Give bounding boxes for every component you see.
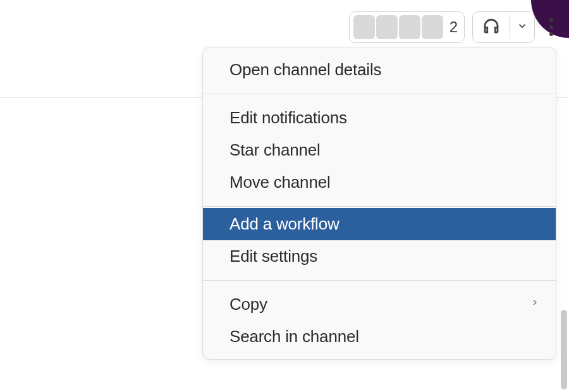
menu-item-search-in-channel[interactable]: Search in channel <box>203 321 556 359</box>
avatar-placeholder <box>422 15 443 39</box>
avatar-placeholder <box>353 15 375 39</box>
header-controls: 2 <box>349 11 560 43</box>
menu-item-star-channel[interactable]: Star channel <box>203 134 556 166</box>
menu-item-label: Star channel <box>229 140 321 159</box>
menu-item-move-channel[interactable]: Move channel <box>203 166 556 205</box>
menu-item-copy[interactable]: Copy <box>203 282 556 321</box>
menu-divider <box>203 206 556 207</box>
kebab-dot <box>549 32 553 36</box>
menu-item-label: Open channel details <box>229 60 381 79</box>
member-avatars-pill[interactable]: 2 <box>349 11 465 43</box>
avatar-placeholder <box>399 15 420 39</box>
menu-item-label: Copy <box>229 295 267 314</box>
chevron-right-icon <box>530 291 539 311</box>
menu-item-add-workflow[interactable]: Add a workflow <box>203 208 556 240</box>
scrollbar-thumb[interactable] <box>561 310 567 389</box>
kebab-dot <box>549 18 553 22</box>
menu-item-open-channel-details[interactable]: Open channel details <box>203 47 556 92</box>
huddle-button[interactable] <box>473 11 510 43</box>
menu-item-edit-notifications[interactable]: Edit notifications <box>203 95 556 134</box>
menu-divider <box>203 280 556 281</box>
menu-item-edit-settings[interactable]: Edit settings <box>203 240 556 279</box>
more-actions-button[interactable] <box>542 15 560 40</box>
menu-item-label: Edit settings <box>229 247 317 266</box>
headphones-icon <box>482 16 501 38</box>
avatar-placeholder <box>376 15 398 39</box>
member-count: 2 <box>450 18 458 36</box>
menu-divider <box>203 94 556 94</box>
huddle-options-button[interactable] <box>510 15 534 39</box>
menu-item-label: Edit notifications <box>229 108 347 127</box>
menu-item-label: Move channel <box>229 173 330 192</box>
kebab-dot <box>549 25 553 29</box>
menu-item-label: Add a workflow <box>229 214 340 233</box>
huddle-button-group <box>472 11 535 43</box>
menu-item-label: Search in channel <box>229 327 359 346</box>
channel-actions-menu: Open channel details Edit notifications … <box>202 47 556 360</box>
chevron-down-icon <box>517 20 528 34</box>
